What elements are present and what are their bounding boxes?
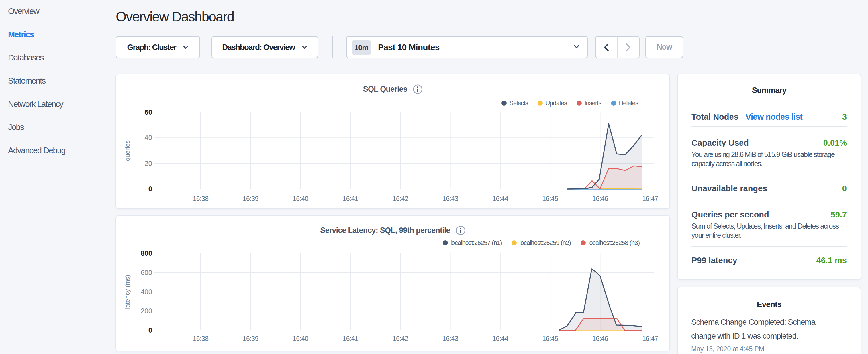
- svg-text:16:45: 16:45: [542, 195, 558, 202]
- svg-text:16:44: 16:44: [492, 335, 508, 342]
- svg-text:400: 400: [141, 288, 152, 296]
- svg-text:16:44: 16:44: [492, 195, 508, 202]
- svg-text:600: 600: [141, 269, 152, 277]
- svg-text:16:47: 16:47: [642, 335, 658, 342]
- svg-text:16:46: 16:46: [592, 335, 608, 342]
- svg-text:16:46: 16:46: [592, 195, 608, 202]
- svg-text:queries: queries: [124, 140, 131, 161]
- svg-text:16:39: 16:39: [243, 335, 258, 342]
- svg-text:16:40: 16:40: [292, 335, 308, 342]
- svg-text:16:41: 16:41: [342, 335, 358, 342]
- svg-text:16:40: 16:40: [292, 195, 308, 202]
- svg-text:16:38: 16:38: [192, 335, 208, 342]
- svg-text:latency (ms): latency (ms): [124, 275, 131, 309]
- svg-text:16:38: 16:38: [192, 195, 208, 202]
- svg-text:16:45: 16:45: [542, 335, 558, 342]
- svg-text:16:42: 16:42: [393, 335, 408, 342]
- svg-text:60: 60: [145, 108, 152, 116]
- svg-text:16:43: 16:43: [442, 195, 458, 202]
- svg-text:16:42: 16:42: [393, 195, 408, 202]
- svg-text:0: 0: [149, 185, 152, 193]
- svg-text:200: 200: [141, 307, 152, 315]
- svg-text:0: 0: [149, 326, 152, 334]
- svg-text:16:41: 16:41: [342, 195, 358, 202]
- svg-text:40: 40: [145, 134, 152, 141]
- svg-text:16:43: 16:43: [442, 335, 458, 342]
- svg-text:16:47: 16:47: [642, 195, 658, 202]
- svg-text:800: 800: [141, 250, 152, 257]
- svg-text:20: 20: [145, 160, 152, 167]
- svg-text:16:39: 16:39: [243, 195, 258, 202]
